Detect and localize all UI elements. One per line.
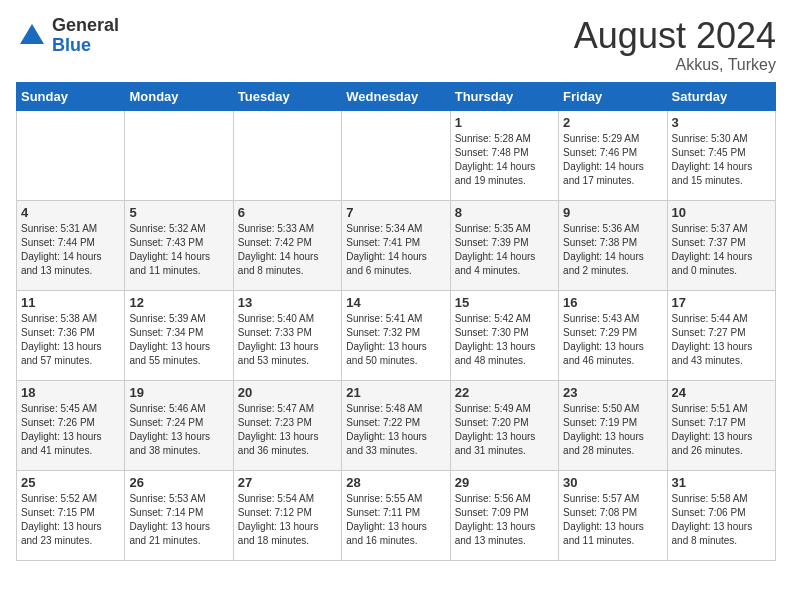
day-info: Sunrise: 5:43 AM Sunset: 7:29 PM Dayligh… bbox=[563, 312, 662, 368]
day-info: Sunrise: 5:38 AM Sunset: 7:36 PM Dayligh… bbox=[21, 312, 120, 368]
day-info: Sunrise: 5:29 AM Sunset: 7:46 PM Dayligh… bbox=[563, 132, 662, 188]
day-info: Sunrise: 5:44 AM Sunset: 7:27 PM Dayligh… bbox=[672, 312, 771, 368]
day-info: Sunrise: 5:56 AM Sunset: 7:09 PM Dayligh… bbox=[455, 492, 554, 548]
day-cell: 6Sunrise: 5:33 AM Sunset: 7:42 PM Daylig… bbox=[233, 200, 341, 290]
day-number: 12 bbox=[129, 295, 228, 310]
day-cell: 7Sunrise: 5:34 AM Sunset: 7:41 PM Daylig… bbox=[342, 200, 450, 290]
day-number: 28 bbox=[346, 475, 445, 490]
day-cell: 16Sunrise: 5:43 AM Sunset: 7:29 PM Dayli… bbox=[559, 290, 667, 380]
day-cell: 11Sunrise: 5:38 AM Sunset: 7:36 PM Dayli… bbox=[17, 290, 125, 380]
day-cell: 30Sunrise: 5:57 AM Sunset: 7:08 PM Dayli… bbox=[559, 470, 667, 560]
day-cell: 4Sunrise: 5:31 AM Sunset: 7:44 PM Daylig… bbox=[17, 200, 125, 290]
day-number: 27 bbox=[238, 475, 337, 490]
week-row-3: 11Sunrise: 5:38 AM Sunset: 7:36 PM Dayli… bbox=[17, 290, 776, 380]
page-header: General Blue August 2024 Akkus, Turkey bbox=[16, 16, 776, 74]
header-row: SundayMondayTuesdayWednesdayThursdayFrid… bbox=[17, 82, 776, 110]
day-cell bbox=[342, 110, 450, 200]
day-cell: 15Sunrise: 5:42 AM Sunset: 7:30 PM Dayli… bbox=[450, 290, 558, 380]
day-info: Sunrise: 5:48 AM Sunset: 7:22 PM Dayligh… bbox=[346, 402, 445, 458]
day-cell: 17Sunrise: 5:44 AM Sunset: 7:27 PM Dayli… bbox=[667, 290, 775, 380]
day-number: 16 bbox=[563, 295, 662, 310]
day-number: 3 bbox=[672, 115, 771, 130]
header-cell-thursday: Thursday bbox=[450, 82, 558, 110]
day-info: Sunrise: 5:42 AM Sunset: 7:30 PM Dayligh… bbox=[455, 312, 554, 368]
day-cell: 8Sunrise: 5:35 AM Sunset: 7:39 PM Daylig… bbox=[450, 200, 558, 290]
day-cell: 10Sunrise: 5:37 AM Sunset: 7:37 PM Dayli… bbox=[667, 200, 775, 290]
day-number: 20 bbox=[238, 385, 337, 400]
week-row-5: 25Sunrise: 5:52 AM Sunset: 7:15 PM Dayli… bbox=[17, 470, 776, 560]
day-info: Sunrise: 5:54 AM Sunset: 7:12 PM Dayligh… bbox=[238, 492, 337, 548]
day-cell: 29Sunrise: 5:56 AM Sunset: 7:09 PM Dayli… bbox=[450, 470, 558, 560]
day-info: Sunrise: 5:49 AM Sunset: 7:20 PM Dayligh… bbox=[455, 402, 554, 458]
day-info: Sunrise: 5:50 AM Sunset: 7:19 PM Dayligh… bbox=[563, 402, 662, 458]
day-number: 8 bbox=[455, 205, 554, 220]
day-info: Sunrise: 5:39 AM Sunset: 7:34 PM Dayligh… bbox=[129, 312, 228, 368]
day-cell: 2Sunrise: 5:29 AM Sunset: 7:46 PM Daylig… bbox=[559, 110, 667, 200]
day-cell: 18Sunrise: 5:45 AM Sunset: 7:26 PM Dayli… bbox=[17, 380, 125, 470]
day-info: Sunrise: 5:51 AM Sunset: 7:17 PM Dayligh… bbox=[672, 402, 771, 458]
day-cell bbox=[17, 110, 125, 200]
calendar-header: SundayMondayTuesdayWednesdayThursdayFrid… bbox=[17, 82, 776, 110]
day-cell: 3Sunrise: 5:30 AM Sunset: 7:45 PM Daylig… bbox=[667, 110, 775, 200]
day-cell: 22Sunrise: 5:49 AM Sunset: 7:20 PM Dayli… bbox=[450, 380, 558, 470]
week-row-2: 4Sunrise: 5:31 AM Sunset: 7:44 PM Daylig… bbox=[17, 200, 776, 290]
day-cell: 23Sunrise: 5:50 AM Sunset: 7:19 PM Dayli… bbox=[559, 380, 667, 470]
day-info: Sunrise: 5:31 AM Sunset: 7:44 PM Dayligh… bbox=[21, 222, 120, 278]
logo: General Blue bbox=[16, 16, 119, 56]
day-number: 18 bbox=[21, 385, 120, 400]
day-number: 23 bbox=[563, 385, 662, 400]
day-info: Sunrise: 5:58 AM Sunset: 7:06 PM Dayligh… bbox=[672, 492, 771, 548]
header-cell-sunday: Sunday bbox=[17, 82, 125, 110]
day-cell: 9Sunrise: 5:36 AM Sunset: 7:38 PM Daylig… bbox=[559, 200, 667, 290]
day-info: Sunrise: 5:30 AM Sunset: 7:45 PM Dayligh… bbox=[672, 132, 771, 188]
day-number: 6 bbox=[238, 205, 337, 220]
header-cell-friday: Friday bbox=[559, 82, 667, 110]
day-info: Sunrise: 5:53 AM Sunset: 7:14 PM Dayligh… bbox=[129, 492, 228, 548]
day-cell: 24Sunrise: 5:51 AM Sunset: 7:17 PM Dayli… bbox=[667, 380, 775, 470]
day-cell: 19Sunrise: 5:46 AM Sunset: 7:24 PM Dayli… bbox=[125, 380, 233, 470]
header-cell-wednesday: Wednesday bbox=[342, 82, 450, 110]
header-cell-tuesday: Tuesday bbox=[233, 82, 341, 110]
day-number: 1 bbox=[455, 115, 554, 130]
day-info: Sunrise: 5:57 AM Sunset: 7:08 PM Dayligh… bbox=[563, 492, 662, 548]
day-number: 26 bbox=[129, 475, 228, 490]
day-cell: 31Sunrise: 5:58 AM Sunset: 7:06 PM Dayli… bbox=[667, 470, 775, 560]
logo-text: General Blue bbox=[52, 16, 119, 56]
day-info: Sunrise: 5:45 AM Sunset: 7:26 PM Dayligh… bbox=[21, 402, 120, 458]
day-cell: 25Sunrise: 5:52 AM Sunset: 7:15 PM Dayli… bbox=[17, 470, 125, 560]
day-info: Sunrise: 5:28 AM Sunset: 7:48 PM Dayligh… bbox=[455, 132, 554, 188]
day-info: Sunrise: 5:52 AM Sunset: 7:15 PM Dayligh… bbox=[21, 492, 120, 548]
day-number: 19 bbox=[129, 385, 228, 400]
logo-blue: Blue bbox=[52, 36, 119, 56]
day-cell: 5Sunrise: 5:32 AM Sunset: 7:43 PM Daylig… bbox=[125, 200, 233, 290]
day-number: 29 bbox=[455, 475, 554, 490]
day-number: 17 bbox=[672, 295, 771, 310]
day-number: 4 bbox=[21, 205, 120, 220]
day-number: 15 bbox=[455, 295, 554, 310]
title-block: August 2024 Akkus, Turkey bbox=[574, 16, 776, 74]
week-row-1: 1Sunrise: 5:28 AM Sunset: 7:48 PM Daylig… bbox=[17, 110, 776, 200]
week-row-4: 18Sunrise: 5:45 AM Sunset: 7:26 PM Dayli… bbox=[17, 380, 776, 470]
day-info: Sunrise: 5:35 AM Sunset: 7:39 PM Dayligh… bbox=[455, 222, 554, 278]
day-cell: 27Sunrise: 5:54 AM Sunset: 7:12 PM Dayli… bbox=[233, 470, 341, 560]
day-cell: 28Sunrise: 5:55 AM Sunset: 7:11 PM Dayli… bbox=[342, 470, 450, 560]
day-number: 7 bbox=[346, 205, 445, 220]
day-number: 24 bbox=[672, 385, 771, 400]
day-info: Sunrise: 5:37 AM Sunset: 7:37 PM Dayligh… bbox=[672, 222, 771, 278]
header-cell-monday: Monday bbox=[125, 82, 233, 110]
day-cell: 26Sunrise: 5:53 AM Sunset: 7:14 PM Dayli… bbox=[125, 470, 233, 560]
day-info: Sunrise: 5:32 AM Sunset: 7:43 PM Dayligh… bbox=[129, 222, 228, 278]
day-info: Sunrise: 5:47 AM Sunset: 7:23 PM Dayligh… bbox=[238, 402, 337, 458]
day-info: Sunrise: 5:55 AM Sunset: 7:11 PM Dayligh… bbox=[346, 492, 445, 548]
day-number: 14 bbox=[346, 295, 445, 310]
day-info: Sunrise: 5:40 AM Sunset: 7:33 PM Dayligh… bbox=[238, 312, 337, 368]
day-info: Sunrise: 5:34 AM Sunset: 7:41 PM Dayligh… bbox=[346, 222, 445, 278]
calendar-body: 1Sunrise: 5:28 AM Sunset: 7:48 PM Daylig… bbox=[17, 110, 776, 560]
logo-general: General bbox=[52, 16, 119, 36]
day-number: 10 bbox=[672, 205, 771, 220]
day-cell bbox=[125, 110, 233, 200]
day-info: Sunrise: 5:41 AM Sunset: 7:32 PM Dayligh… bbox=[346, 312, 445, 368]
day-cell bbox=[233, 110, 341, 200]
day-number: 25 bbox=[21, 475, 120, 490]
day-cell: 21Sunrise: 5:48 AM Sunset: 7:22 PM Dayli… bbox=[342, 380, 450, 470]
